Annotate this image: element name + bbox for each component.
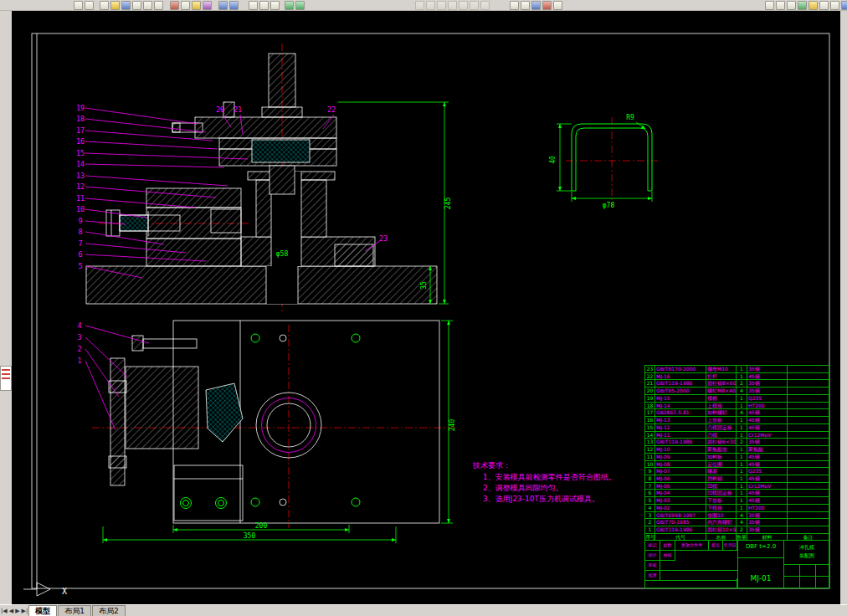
bom-item-name: 凸模	[706, 432, 737, 439]
bom-item-qty: 1	[737, 446, 747, 453]
bom-item-remark	[788, 483, 829, 490]
draw-arc-icon[interactable]	[437, 1, 446, 10]
bom-item-remark	[788, 512, 829, 519]
bom-item-code: MJ-13	[655, 417, 706, 424]
prev-tab-button[interactable]: ◀	[9, 608, 13, 614]
help-icon[interactable]	[808, 1, 818, 10]
bom-item-material: 45钢	[747, 409, 788, 416]
cut-icon[interactable]	[170, 1, 179, 10]
print-icon[interactable]	[132, 1, 141, 10]
bom-item-name: 垫圈10	[706, 512, 737, 519]
bom-row: 1 GB/T119-1986 圆柱销10×90 2 35钢	[645, 526, 829, 534]
bom-item-name: 卸料螺钉	[706, 409, 737, 416]
bom-item-no: 22	[645, 373, 655, 380]
new-file-icon[interactable]	[100, 1, 109, 10]
draw-line-icon[interactable]	[415, 1, 424, 10]
bom-item-material: Q235	[747, 468, 788, 475]
bom-rows: 23 GB/T6170-2000 螺母M10 1 35钢 22 MJ-16 打杆…	[645, 366, 829, 534]
properties-icon[interactable]	[531, 1, 541, 10]
quick-select-icon[interactable]	[85, 1, 94, 10]
tb-divider	[783, 564, 830, 565]
bom-row: 10 MJ-08 定位圈 1 45钢	[645, 461, 829, 469]
open-icon[interactable]	[110, 1, 120, 10]
search-icon[interactable]	[154, 1, 163, 10]
settings-icon[interactable]	[819, 1, 829, 10]
draw-text-icon[interactable]	[480, 1, 490, 10]
bom-item-remark	[788, 395, 829, 402]
save-icon[interactable]	[121, 1, 131, 10]
bom-item-material: 35钢	[747, 366, 788, 372]
draw-hatch-icon[interactable]	[470, 1, 479, 10]
bom-item-qty: 2	[737, 380, 747, 387]
linetype-icon[interactable]	[553, 1, 562, 10]
bom-item-qty: 2	[737, 526, 747, 533]
regen-icon[interactable]	[798, 1, 807, 10]
bom-item-material: 35钢	[747, 512, 788, 519]
bom-row: 20 GB/T65-2000 螺钉M8×40 4 35钢	[645, 388, 829, 395]
bom-item-no: 6	[645, 490, 655, 496]
bom-item-remark	[788, 505, 829, 511]
zoom-realtime-icon[interactable]	[259, 1, 269, 10]
copy-icon[interactable]	[181, 1, 190, 10]
layer-properties-icon[interactable]	[295, 1, 305, 10]
about-icon[interactable]	[830, 1, 839, 10]
tab-model[interactable]: 模型	[28, 605, 57, 616]
bom-item-material: 45钢	[747, 417, 788, 424]
grid-icon[interactable]	[841, 1, 847, 10]
zoom-window-icon[interactable]	[270, 1, 280, 10]
bom-row: 14 MJ-11 凸模 1 Cr12MoV	[645, 432, 829, 439]
paste-icon[interactable]	[192, 1, 201, 10]
bom-item-no: 21	[645, 380, 655, 387]
bom-item-remark	[788, 519, 829, 526]
draw-circle-icon[interactable]	[426, 1, 435, 10]
draw-polyline-icon[interactable]	[448, 1, 457, 10]
dim-radius-icon[interactable]	[521, 1, 530, 10]
bom-item-material: 35钢	[747, 388, 788, 394]
tab-layout2[interactable]: 布局2	[92, 605, 126, 616]
first-tab-button[interactable]: |◀	[1, 608, 8, 614]
bom-item-name: 螺母M10	[706, 366, 737, 372]
pan-icon[interactable]	[249, 1, 258, 10]
bom-item-code: MJ-10	[655, 446, 706, 453]
format-painter-icon[interactable]	[203, 1, 212, 10]
file-group	[100, 1, 165, 10]
bom-item-remark	[788, 461, 829, 468]
zoom-in-icon[interactable]	[765, 1, 774, 10]
bom-item-code: MJ-11	[655, 432, 706, 439]
next-tab-button[interactable]: ▶	[15, 608, 19, 614]
zoom-out-icon[interactable]	[776, 1, 785, 10]
pointer-icon[interactable]	[74, 1, 83, 10]
dim-group	[510, 1, 564, 10]
view-group	[249, 1, 281, 10]
bom-item-qty: 2	[737, 439, 747, 445]
redo-icon[interactable]	[229, 1, 239, 10]
bom-row: 8 MJ-06 挡料销 1 45钢	[645, 475, 829, 483]
bom-row: 2 GB/T70-1985 内六角螺钉 4 35钢	[645, 519, 829, 526]
bom-item-qty: 1	[737, 395, 747, 402]
tb-empty-cell	[645, 578, 737, 588]
bom-item-material: 35钢	[747, 519, 788, 526]
bom-item-qty: 1	[737, 417, 747, 424]
tb-label-design: 设计	[645, 551, 660, 561]
color-icon[interactable]	[542, 1, 552, 10]
last-tab-button[interactable]: ▶|	[22, 608, 28, 614]
bom-item-qty: 4	[737, 409, 747, 416]
bom-item-qty: 1	[737, 424, 747, 431]
dim-linear-icon[interactable]	[510, 1, 519, 10]
layers-icon[interactable]	[285, 1, 294, 10]
top-toolbar	[0, 0, 847, 11]
bom-item-remark	[788, 380, 829, 387]
tb-label-mark: 标记	[645, 541, 660, 551]
tab-layout1[interactable]: 布局1	[58, 605, 91, 616]
draw-rect-icon[interactable]	[459, 1, 468, 10]
bom-item-material: 45钢	[747, 454, 788, 460]
tb-drawing-no: MJ-01	[738, 574, 783, 583]
bom-item-remark	[788, 403, 829, 409]
mini-palette[interactable]	[0, 366, 12, 391]
bom-item-no: 23	[645, 366, 655, 372]
bom-item-remark	[788, 388, 829, 394]
draw-group	[415, 1, 491, 10]
zoom-extents-icon[interactable]	[787, 1, 796, 10]
print-preview-icon[interactable]	[143, 1, 152, 10]
undo-icon[interactable]	[218, 1, 228, 10]
